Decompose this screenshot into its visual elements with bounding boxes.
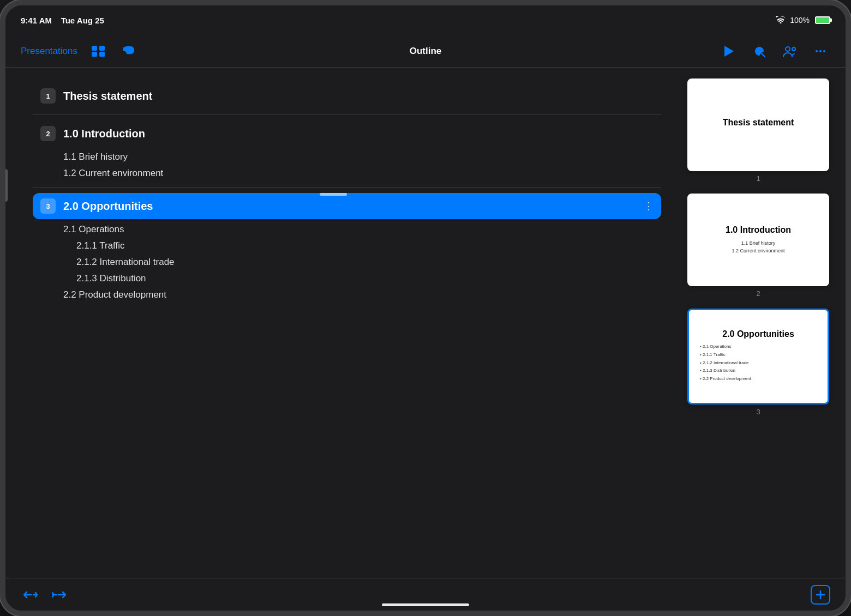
presentations-back-button[interactable]: Presentations <box>21 46 77 57</box>
slide-num-label-3: 3 <box>756 408 760 416</box>
slide-badge-3: 3 <box>40 198 56 214</box>
slide-thumbnail-2[interactable]: 1.0 Introduction 1.1 Brief history 1.2 C… <box>687 194 829 286</box>
svg-point-11 <box>819 50 822 52</box>
slide-badge-1: 1 <box>40 88 56 104</box>
slide-num-label-1: 1 <box>756 174 760 183</box>
undo-icon[interactable] <box>119 41 139 61</box>
slide-thumb-inner-1: Thesis statement <box>687 78 829 171</box>
layout-icon[interactable] <box>88 41 108 61</box>
slide-header-2[interactable]: 2 1.0 Introduction <box>33 120 661 147</box>
slide-title-2: 1.0 Introduction <box>63 128 654 140</box>
svg-point-12 <box>823 50 825 52</box>
slide-thumb-content-3: • 2.1 Operations • 2.1.1 Traffic • 2.1.2… <box>700 343 817 384</box>
outline-item-2-1: 2.1 Operations <box>33 221 661 238</box>
status-time-date: 9:41 AM Tue Aug 25 <box>21 16 104 25</box>
divider-2 <box>33 187 661 188</box>
wifi-icon <box>776 16 786 25</box>
outline-item-2-2: 2.2 Product development <box>33 287 661 303</box>
slide-thumbnail-3[interactable]: 2.0 Opportunities • 2.1 Operations • 2.1… <box>687 309 829 404</box>
slide-thumb-title-3: 2.0 Opportunities <box>700 329 817 339</box>
outline-item-1-1: 1.1 Brief history <box>33 149 661 165</box>
toolbar-center: Outline <box>410 46 442 57</box>
slide-badge-2: 2 <box>40 126 56 141</box>
slide-thumbnail-container-2: 1.0 Introduction 1.1 Brief history 1.2 C… <box>682 194 835 298</box>
slide-num-label-2: 2 <box>756 289 760 298</box>
annotate-icon[interactable] <box>750 41 769 61</box>
battery-percentage: 100% <box>790 16 810 25</box>
toolbar: Presentations Outline <box>5 35 846 68</box>
outline-section-3: 3 2.0 Opportunities ⋮ 2.1 Operations 2.1… <box>33 193 661 303</box>
status-time: 9:41 AM <box>21 16 52 25</box>
svg-point-10 <box>816 50 818 52</box>
divider-1 <box>33 114 661 115</box>
slides-panel[interactable]: Thesis statement 1 1.0 Introduction 1.1 … <box>676 68 846 578</box>
svg-marker-4 <box>724 46 734 57</box>
svg-rect-0 <box>92 46 97 51</box>
outline-item-1-2: 1.2 Current environment <box>33 165 661 182</box>
bottom-bar-left <box>21 585 69 605</box>
slide-header-1[interactable]: 1 Thesis statement <box>33 83 661 109</box>
svg-rect-3 <box>99 52 105 57</box>
play-icon[interactable] <box>719 41 739 61</box>
add-slide-button[interactable] <box>811 585 830 605</box>
svg-point-9 <box>792 47 795 51</box>
svg-point-8 <box>786 47 790 51</box>
more-icon[interactable] <box>811 41 830 61</box>
svg-rect-1 <box>99 46 105 51</box>
toolbar-left: Presentations <box>21 41 139 61</box>
battery-icon <box>815 16 830 24</box>
slide-thumbnail-1[interactable]: Thesis statement <box>687 78 829 171</box>
slide-header-3[interactable]: 3 2.0 Opportunities ⋮ <box>33 193 661 219</box>
status-bar: 9:41 AM Tue Aug 25 100% <box>5 5 846 35</box>
outline-section-2: 2 1.0 Introduction 1.1 Brief history 1.2… <box>33 120 661 188</box>
outline-item-2-1-3: 2.1.3 Distribution <box>33 270 661 287</box>
next-slide-button[interactable] <box>49 585 69 605</box>
slide-thumb-title-1: Thesis statement <box>698 118 818 128</box>
slide-more-button[interactable]: ⋮ <box>644 200 654 212</box>
ipad-frame: 9:41 AM Tue Aug 25 100% Presentations <box>0 0 851 616</box>
outline-section-1: 1 Thesis statement <box>33 83 661 115</box>
toolbar-title: Outline <box>410 46 442 56</box>
outline-item-2-1-2: 2.1.2 International trade <box>33 254 661 270</box>
status-date: Tue Aug 25 <box>61 16 104 25</box>
slide-thumbnail-container-3: 2.0 Opportunities • 2.1 Operations • 2.1… <box>682 309 835 416</box>
outline-item-2-1-1: 2.1.1 Traffic <box>33 238 661 254</box>
slide-thumbnail-container-1: Thesis statement 1 <box>682 78 835 183</box>
slide-thumb-inner-3: 2.0 Opportunities • 2.1 Operations • 2.1… <box>689 310 828 403</box>
slide-thumb-inner-2: 1.0 Introduction 1.1 Brief history 1.2 C… <box>687 194 829 286</box>
home-indicator <box>382 603 469 606</box>
slide-title-1: Thesis statement <box>63 90 654 102</box>
slide-thumb-content-2: 1.1 Brief history 1.2 Current environmen… <box>698 239 818 255</box>
collaborate-icon[interactable] <box>780 41 800 61</box>
status-bar-right: 100% <box>776 16 830 25</box>
slide-thumb-title-2: 1.0 Introduction <box>698 225 818 235</box>
prev-slide-button[interactable] <box>21 585 40 605</box>
battery-fill <box>816 17 829 23</box>
slide-title-3: 2.0 Opportunities <box>63 200 636 213</box>
svg-rect-2 <box>92 52 97 57</box>
scroll-indicator <box>320 193 347 196</box>
toolbar-right <box>719 41 830 61</box>
outline-panel[interactable]: 1 Thesis statement 2 1.0 Introduction 1.… <box>5 68 676 578</box>
main-content: 1 Thesis statement 2 1.0 Introduction 1.… <box>5 68 846 578</box>
